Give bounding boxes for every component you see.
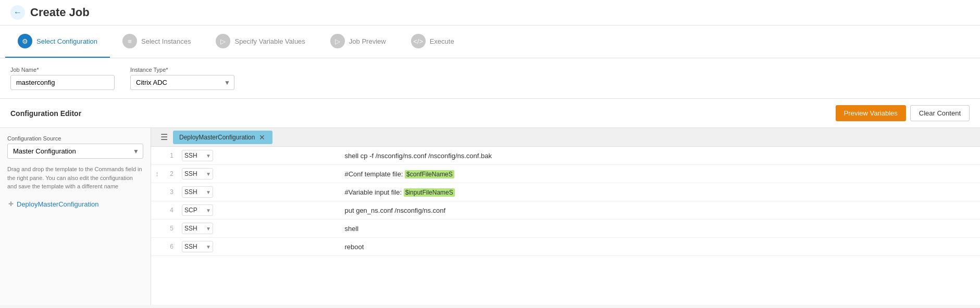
left-panel: Configuration Source Master Configuratio… (0, 128, 151, 305)
command-tab-bar: ☰ DeployMasterConfiguration ✕ (151, 128, 980, 147)
cmd-type-wrapper: SSH SSH SCP CLI ▼ (182, 150, 213, 161)
cmd-type-select[interactable]: SSH SSH SCP CLI (182, 168, 213, 179)
table-row: 1 SSH SSH SCP CLI ▼ shell cp -f /nsconfi… (151, 147, 980, 165)
job-name-input[interactable]: masterconfig (10, 75, 115, 90)
table-row: 3 SSH SSH SCP CLI ▼ #Variable input file… (151, 183, 980, 201)
row-drag-cell (151, 220, 163, 238)
job-preview-icon: ▷ (330, 34, 345, 48)
variable-highlight: $inputFileNameS (404, 188, 455, 197)
cmd-content-cell: put gen_ns.conf /nsconfig/ns.conf (340, 201, 980, 220)
cmd-type-cell: SSH SSH SCP CLI ▼ (178, 220, 340, 238)
row-number: 5 (163, 220, 178, 238)
cmd-type-select[interactable]: SSH SSH SCP CLI (182, 150, 213, 161)
row-number: 4 (163, 201, 178, 220)
drag-handle-icon: ✚ (8, 200, 14, 208)
cmd-type-wrapper: SSH SSH SCP CLI ▼ (182, 168, 213, 179)
table-row: 4 SCP SSH SCP CLI ▼ put gen_ns.conf /nsc… (151, 201, 980, 220)
back-button[interactable]: ← (10, 5, 25, 20)
cmd-content-cell: shell cp -f /nsconfig/ns.conf /nsconfig/… (340, 147, 980, 165)
cmd-type-cell: SSH SSH SCP CLI ▼ (178, 147, 340, 165)
row-drag-handle: ↕ (155, 170, 159, 178)
cmd-content-cell: shell (340, 220, 980, 238)
source-select-wrapper: Master Configuration Custom Configuratio… (7, 144, 143, 159)
cmd-type-wrapper: SSH SSH SCP CLI ▼ (182, 186, 213, 198)
page-header: ← Create Job (0, 0, 980, 25)
execute-icon: </> (411, 34, 426, 48)
row-number: 2 (163, 165, 178, 183)
clear-content-button[interactable]: Clear Content (910, 105, 970, 121)
variable-highlight: $confFileNameS (405, 170, 454, 178)
cmd-type-cell: SCP SSH SCP CLI ▼ (178, 201, 340, 220)
cmd-text: shell (344, 225, 358, 233)
tab-select-configuration[interactable]: ⚙ Select Configuration (5, 25, 110, 58)
cmd-type-cell: SSH SSH SCP CLI ▼ (178, 238, 340, 256)
right-panel: ☰ DeployMasterConfiguration ✕ 1 SSH SSH … (151, 128, 980, 305)
row-drag-cell (151, 238, 163, 256)
active-command-tab[interactable]: DeployMasterConfiguration ✕ (173, 131, 272, 144)
row-drag-cell (151, 183, 163, 201)
editor-body: Configuration Source Master Configuratio… (0, 128, 980, 305)
commands-table: 1 SSH SSH SCP CLI ▼ shell cp -f /nsconfi… (151, 147, 980, 256)
instance-type-select[interactable]: Citrix ADC Citrix Gateway Citrix SD-WAN (130, 75, 234, 90)
cmd-type-select[interactable]: SCP SSH SCP CLI (182, 204, 213, 216)
select-config-icon: ⚙ (18, 34, 32, 48)
tab-specify-variable-values[interactable]: ▷ Specify Variable Values (203, 25, 317, 58)
active-tab-label: DeployMasterConfiguration (179, 134, 255, 141)
cmd-type-cell: SSH SSH SCP CLI ▼ (178, 165, 340, 183)
table-row: ↕ 2 SSH SSH SCP CLI ▼ #Conf template fil… (151, 165, 980, 183)
row-number: 6 (163, 238, 178, 256)
job-name-group: Job Name* masterconfig (10, 67, 115, 90)
tab-execute[interactable]: </> Execute (399, 25, 467, 58)
cmd-text: shell cp -f /nsconfig/ns.conf /nsconfig/… (344, 152, 492, 160)
cmd-text: reboot (344, 243, 364, 251)
tab-select-configuration-label: Select Configuration (36, 37, 97, 45)
tab-select-instances[interactable]: ≡ Select Instances (110, 25, 203, 58)
configuration-source-select[interactable]: Master Configuration Custom Configuratio… (7, 144, 143, 159)
cmd-text: #Variable input file: (344, 188, 403, 196)
hint-text: Drag and drop the template to the Comman… (7, 165, 143, 191)
tab-select-instances-label: Select Instances (141, 37, 191, 45)
config-editor-header: Configuration Editor Preview Variables C… (0, 99, 980, 128)
row-drag-cell (151, 147, 163, 165)
cmd-type-wrapper: SCP SSH SCP CLI ▼ (182, 204, 213, 216)
cmd-content-cell: reboot (340, 238, 980, 256)
form-section: Job Name* masterconfig Instance Type* Ci… (0, 58, 980, 99)
table-row: 6 SSH SSH SCP CLI ▼ reboot (151, 238, 980, 256)
job-name-label: Job Name* (10, 67, 115, 73)
row-drag-cell: ↕ (151, 165, 163, 183)
preview-variables-button[interactable]: Preview Variables (836, 105, 906, 121)
instance-type-group: Instance Type* Citrix ADC Citrix Gateway… (130, 67, 234, 90)
cmd-content-cell: #Conf template file: $confFileNameS (340, 165, 980, 183)
specify-var-icon: ▷ (216, 34, 230, 48)
template-item-deploy-master[interactable]: ✚ DeployMasterConfiguration (7, 198, 143, 210)
tab-job-preview-label: Job Preview (349, 37, 386, 45)
cmd-type-wrapper: SSH SSH SCP CLI ▼ (182, 223, 213, 234)
row-number: 3 (163, 183, 178, 201)
configuration-editor: Configuration Editor Preview Variables C… (0, 99, 980, 305)
template-name: DeployMasterConfiguration (17, 200, 99, 208)
tab-execute-label: Execute (430, 37, 454, 45)
row-number: 1 (163, 147, 178, 165)
tab-close-button[interactable]: ✕ (258, 133, 266, 142)
cmd-type-select[interactable]: SSH SSH SCP CLI (182, 223, 213, 234)
cmd-type-cell: SSH SSH SCP CLI ▼ (178, 183, 340, 201)
hamburger-button[interactable]: ☰ (155, 128, 173, 146)
cmd-type-wrapper: SSH SSH SCP CLI ▼ (182, 241, 213, 252)
cmd-content-cell: #Variable input file: $inputFileNameS (340, 183, 980, 201)
instance-type-wrapper: Citrix ADC Citrix Gateway Citrix SD-WAN … (130, 75, 234, 90)
table-row: 5 SSH SSH SCP CLI ▼ shell (151, 220, 980, 238)
tab-specify-variable-values-label: Specify Variable Values (234, 37, 305, 45)
row-drag-cell (151, 201, 163, 220)
cmd-type-select[interactable]: SSH SSH SCP CLI (182, 241, 213, 252)
config-editor-title: Configuration Editor (10, 109, 81, 118)
select-instances-icon: ≡ (122, 34, 137, 48)
cmd-text: #Conf template file: (344, 170, 405, 178)
cmd-text: put gen_ns.conf /nsconfig/ns.conf (344, 207, 445, 214)
header-actions: Preview Variables Clear Content (836, 105, 970, 121)
cmd-type-select[interactable]: SSH SSH SCP CLI (182, 186, 213, 198)
instance-type-label: Instance Type* (130, 67, 234, 73)
page-title: Create Job (30, 6, 90, 19)
wizard-tabs: ⚙ Select Configuration ≡ Select Instance… (0, 25, 980, 58)
source-label: Configuration Source (7, 135, 143, 142)
tab-job-preview[interactable]: ▷ Job Preview (318, 25, 399, 58)
